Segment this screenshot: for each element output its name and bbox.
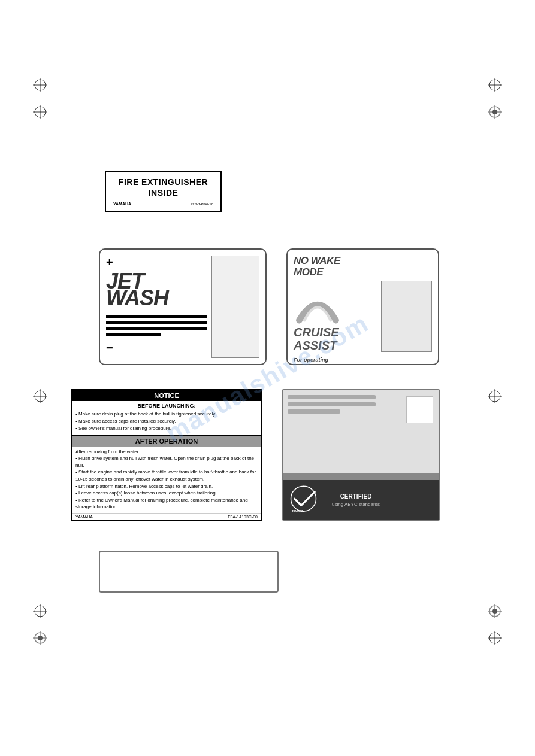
nmma-white-box: [406, 396, 433, 423]
notice-brand: YAMAHA: [75, 515, 93, 519]
notice-subheader: BEFORE LAUNCHING:: [72, 401, 261, 409]
no-wake-left: CRUISE ASSIST: [294, 281, 376, 352]
after-op-header: AFTER OPERATION: [72, 435, 261, 447]
reg-mark-bottom-right: [488, 604, 502, 618]
reg-mark-mid-left: [33, 389, 47, 403]
notice-header-text: NOTICE: [154, 392, 179, 399]
nmma-logo-area: CERTIFIED using ABYC standards: [332, 493, 380, 507]
notice-item-3: • See owner's manual for draining proced…: [75, 425, 258, 432]
reg-mark-bottom-left: [33, 604, 47, 618]
nmma-mid-bar: [283, 473, 439, 480]
fire-ext-text: FIRE EXTINGUISHER INSIDE: [113, 177, 213, 198]
after-op-item-4: • Leave access cap(s) loose between uses…: [75, 490, 258, 497]
after-op-item-2: • Start the engine and rapidly move thro…: [75, 469, 258, 482]
nmma-bottom-section: NMMA CERTIFIED using ABYC standards: [283, 480, 439, 520]
svg-text:NMMA: NMMA: [292, 509, 304, 513]
jet-wash-minus: −: [106, 341, 113, 355]
nmma-line-2: [288, 402, 376, 406]
nmma-label: NMMA CERTIFIED using ABYC standards: [282, 389, 440, 521]
bar-2: [106, 321, 207, 324]
after-op-item-5: • Refer to the Owner's Manual for draini…: [75, 497, 258, 511]
notice-body: • Make sure drain plug at the back of th…: [72, 409, 261, 435]
jet-wash-plus: +: [106, 256, 113, 269]
no-wake-footer: For operating instructions consult owner…: [294, 357, 432, 365]
nmma-logo-svg: NMMA: [290, 485, 326, 515]
no-wake-title: NO WAKE MODE: [294, 256, 432, 278]
bar-4: [106, 333, 161, 336]
nmma-top-section: [283, 390, 439, 473]
nmma-line-3: [288, 409, 340, 414]
no-wake-image-area: [381, 281, 432, 352]
fire-ext-part: F2S-14196-10: [191, 202, 213, 206]
nmma-lines: [288, 395, 376, 414]
notice-item-1: • Make sure drain plug at the back of th…: [75, 411, 258, 417]
nmma-standards-text: using ABYC standards: [332, 502, 380, 507]
reg-mark-top-left: [33, 78, 47, 92]
arc-graphic: [294, 284, 341, 326]
jet-wash-image-area: [211, 256, 259, 358]
after-op-intro: After removing from the water:: [75, 448, 258, 456]
jet-wash-title: JET WASH: [106, 271, 168, 309]
reg-mark-bottom-left2: [33, 631, 47, 645]
notice-header: NOTICE: [72, 390, 261, 401]
bottom-empty-label: [99, 551, 279, 593]
reg-mark-bottom-right2: [488, 631, 502, 645]
bottom-divider-line: [36, 623, 499, 623]
bar-1: [106, 315, 207, 318]
svg-point-23: [38, 636, 43, 640]
notice-footer: YAMAHA F0A-14193C-00: [72, 513, 261, 520]
top-divider-line: [36, 132, 499, 132]
after-op-item-3: • Lift rear platform hatch. Remove acces…: [75, 483, 258, 490]
svg-point-19: [492, 609, 497, 614]
fire-ext-brand: YAMAHA: [113, 202, 131, 206]
after-op-item-1: • Flush drive system and hull with fresh…: [75, 455, 258, 469]
jet-wash-label: + JET WASH −: [99, 248, 267, 365]
reg-mark-top-right: [488, 78, 502, 92]
jet-wash-content: + JET WASH −: [106, 256, 207, 358]
nmma-certified-text: CERTIFIED: [340, 493, 372, 500]
notice-item-2: • Make sure access caps are installed se…: [75, 418, 258, 424]
no-wake-content: CRUISE ASSIST: [294, 281, 432, 352]
nmma-line-1: [288, 395, 376, 399]
reg-mark-top-right2: [488, 105, 502, 119]
bar-3: [106, 327, 207, 330]
reg-mark-top-left2: [33, 105, 47, 119]
watermark: manualshive.com: [0, 0, 535, 756]
no-wake-label: NO WAKE MODE CRUISE ASSIST For operating…: [286, 248, 439, 365]
cruise-assist-text: CRUISE ASSIST: [294, 326, 376, 352]
reg-mark-mid-right: [488, 389, 502, 403]
fire-extinguisher-label: FIRE EXTINGUISHER INSIDE YAMAHA F2S-1419…: [105, 171, 222, 212]
jet-wash-bars: [106, 315, 207, 339]
jet-wash-line2: WASH: [106, 287, 168, 309]
notice-part: F0A-14193C-00: [228, 515, 258, 519]
after-op-body: After removing from the water: • Flush d…: [72, 447, 261, 513]
notice-label: NOTICE BEFORE LAUNCHING: • Make sure dra…: [71, 389, 262, 521]
svg-point-12: [492, 110, 497, 114]
